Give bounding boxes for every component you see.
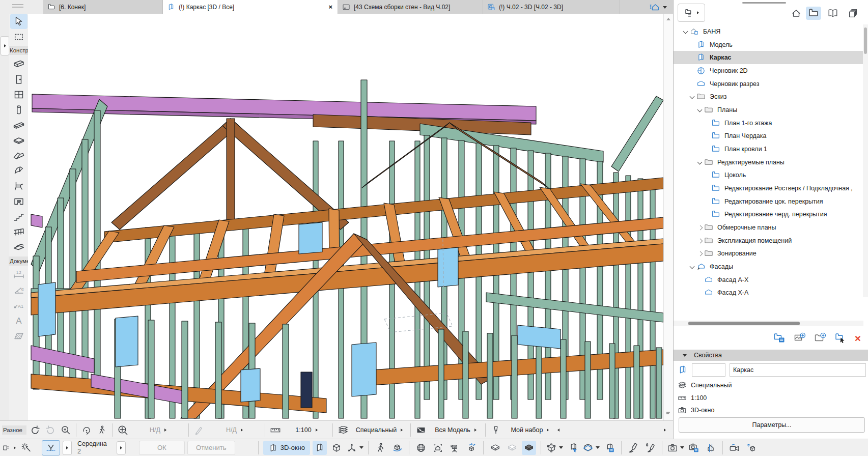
label-tool[interactable] <box>10 298 27 313</box>
scroll-up-icon[interactable] <box>666 18 670 20</box>
sun-settings-button[interactable] <box>704 441 718 455</box>
chevron-right-icon[interactable] <box>696 221 704 234</box>
look-to-button[interactable] <box>431 441 445 455</box>
tab-konek[interactable]: [6. Конек] <box>43 0 163 14</box>
layer-combination-field[interactable]: Специальный <box>352 426 407 434</box>
photo-render-button[interactable] <box>667 441 684 455</box>
tree-item-fasady[interactable]: Фасады <box>674 260 863 273</box>
tree-item-banya[interactable]: БАНЯ <box>674 25 863 38</box>
scroll-bar-right-icon[interactable] <box>664 429 666 432</box>
expand-panel-button[interactable] <box>1 36 9 55</box>
undo-button[interactable] <box>29 423 42 437</box>
scale-button[interactable] <box>269 423 282 437</box>
fly-through-button[interactable] <box>727 441 742 455</box>
floor-plan-cut-all-button[interactable] <box>522 441 536 455</box>
tree-vscrollbar[interactable] <box>863 24 868 297</box>
layer-combination-row[interactable]: Специальный <box>674 379 868 391</box>
filter-elements-button[interactable] <box>566 441 580 455</box>
partial-structure-button[interactable] <box>414 423 428 437</box>
scroll-down-icon[interactable] <box>666 412 670 414</box>
tree-item-eskiz[interactable]: Эскиз <box>674 90 863 103</box>
scale-row[interactable]: 1:100 <box>674 392 868 404</box>
slab-tool[interactable] <box>10 133 27 148</box>
dimension-tool[interactable] <box>10 267 27 282</box>
chevron-down-icon[interactable] <box>688 260 696 273</box>
angle-dimension-tool[interactable] <box>10 282 27 298</box>
walk-mode-button[interactable] <box>373 441 387 455</box>
magic-wand-button[interactable] <box>18 441 33 455</box>
orbit-button[interactable] <box>80 423 93 437</box>
3d-style-button[interactable] <box>626 441 640 455</box>
chevron-down-icon[interactable] <box>696 103 704 117</box>
camera-position-button[interactable] <box>447 441 462 455</box>
door-tool[interactable] <box>10 72 27 87</box>
stair-tool[interactable] <box>10 209 27 224</box>
tab-ch02-3d[interactable]: (!) Ч.02 - 3D [Ч.02 - 3D] <box>483 0 620 14</box>
fill-tool[interactable] <box>10 328 27 344</box>
floor-plan-cut-off-button[interactable] <box>505 441 519 455</box>
3d-style-settings-button[interactable] <box>602 441 617 455</box>
axonometry-button[interactable] <box>329 441 344 455</box>
tree-item-plan-cherdaka[interactable]: План Чердака <box>674 129 863 142</box>
collapse-bar-icon[interactable] <box>557 429 559 432</box>
tree-item-plan-1-etazha[interactable]: План 1-го этажа <box>674 117 863 130</box>
tree-item-redaktiruemye-plany[interactable]: Редактируемые планы <box>674 156 863 169</box>
tree-item-karkas[interactable]: Каркас <box>674 51 863 64</box>
tree-item-rostverk[interactable]: Редактирокание Ростверк / Подкладочная , <box>674 182 863 195</box>
fit-in-window-button[interactable] <box>116 423 129 437</box>
beam-tool[interactable] <box>10 118 27 133</box>
scale-field[interactable]: 1:100 <box>284 426 329 434</box>
explore-button[interactable] <box>95 423 108 437</box>
viewport-vscrollbar[interactable] <box>663 14 674 420</box>
view-id-field[interactable] <box>692 363 725 377</box>
snap-point-button[interactable] <box>42 440 60 455</box>
text-tool[interactable] <box>10 313 27 328</box>
floor-plan-cut-button[interactable] <box>488 441 502 455</box>
view-settings-icon[interactable] <box>773 332 786 344</box>
new-folder-icon[interactable] <box>814 332 826 344</box>
3d-grid-button[interactable] <box>414 441 428 455</box>
railing-tool[interactable] <box>10 224 27 240</box>
view-map-tab[interactable] <box>806 7 821 20</box>
marquee-3d-button[interactable] <box>546 441 563 455</box>
zone-tool[interactable] <box>10 194 27 209</box>
arrow-tool[interactable] <box>10 14 27 29</box>
snap-next-button[interactable] <box>117 441 126 454</box>
orientation-button[interactable] <box>192 423 206 437</box>
object-tool[interactable] <box>10 179 27 194</box>
zoom-in-button[interactable] <box>59 423 72 437</box>
cutting-plane-button[interactable] <box>582 441 600 455</box>
mesh-tool[interactable] <box>10 240 27 255</box>
tree-item-plan-krovli[interactable]: План кровли 1 <box>674 142 863 156</box>
zoom-level-field[interactable]: Н/Д <box>131 426 185 434</box>
navigator-popup-button[interactable] <box>649 2 667 13</box>
attribute-box-button[interactable] <box>1 441 11 455</box>
shell-tool[interactable] <box>10 163 27 179</box>
roof-tool[interactable] <box>10 148 27 163</box>
close-tab-icon[interactable]: × <box>327 3 333 11</box>
wall-tool[interactable] <box>10 56 27 72</box>
layout-book-tab[interactable] <box>825 7 841 20</box>
3d-window-button[interactable]: 3D-окно <box>263 441 310 455</box>
window-tool[interactable] <box>10 87 27 102</box>
toolbox-grip[interactable] <box>0 0 43 14</box>
chevron-right-icon[interactable] <box>696 234 704 247</box>
tree-item-obmerochnye[interactable]: Обмерочные планы <box>674 221 863 234</box>
orientation-field[interactable]: Н/Д <box>208 426 261 434</box>
tab-karkas-3d[interactable]: (!) Каркас [3D / Все] × <box>163 0 338 14</box>
layer-combination-button[interactable] <box>337 423 350 437</box>
publisher-tab[interactable] <box>846 7 861 20</box>
project-map-button[interactable] <box>678 4 705 22</box>
partial-structure-field[interactable]: Вся Модель <box>430 426 482 434</box>
tree-hscrollbar[interactable] <box>674 321 863 326</box>
ok-button[interactable]: ОК <box>139 441 185 455</box>
tree-item-fasad-a-x[interactable]: Фасад А-Х <box>674 273 863 287</box>
chevron-down-icon[interactable] <box>682 25 690 38</box>
3d-style-edit-button[interactable] <box>643 441 657 455</box>
3d-navigation-button[interactable] <box>346 441 363 455</box>
properties-header[interactable]: Свойства <box>674 350 868 361</box>
tree-item-plany[interactable]: Планы <box>674 103 863 117</box>
delete-icon[interactable]: × <box>855 333 861 344</box>
render-settings-button[interactable] <box>687 441 701 455</box>
tree-item-chernovik-razrez[interactable]: Черновик разрез <box>674 77 863 91</box>
